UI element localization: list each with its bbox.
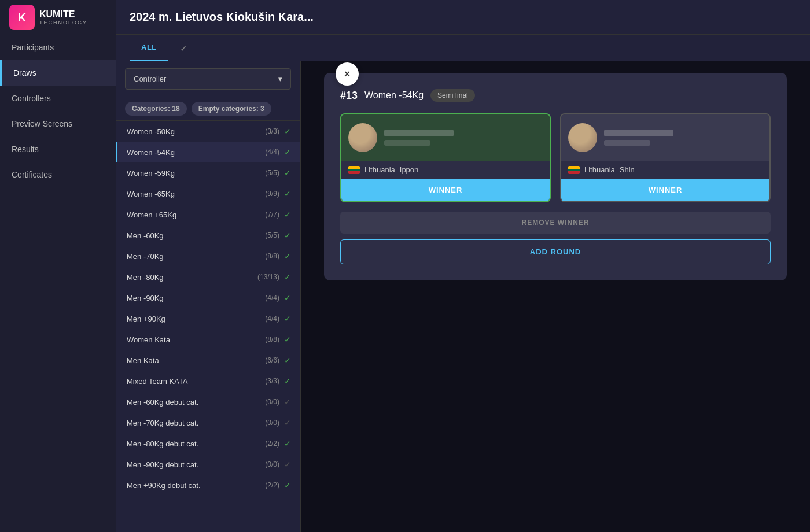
check-icon: ✓ bbox=[284, 189, 291, 198]
chevron-down-icon: ▾ bbox=[278, 75, 282, 83]
category-name: Men -80Kg bbox=[127, 273, 164, 282]
match-modal: × #13 Women -54Kg Semi final bbox=[324, 73, 787, 280]
category-name: Men -90Kg bbox=[127, 294, 164, 302]
round-badge: Semi final bbox=[430, 89, 475, 102]
category-right: (2/2)✓ bbox=[265, 439, 291, 448]
category-name: Women -54Kg bbox=[127, 148, 175, 157]
category-item[interactable]: Men Kata(6/6)✓ bbox=[116, 350, 300, 371]
logo-name: KUMITE bbox=[39, 9, 87, 20]
category-item[interactable]: Men -90Kg debut cat.(0/0)✓ bbox=[116, 454, 300, 475]
category-item[interactable]: Men -70Kg(8/8)✓ bbox=[116, 246, 300, 267]
category-count: (3/3) bbox=[265, 377, 279, 385]
category-right: (0/0)✓ bbox=[265, 418, 291, 427]
logo-area: K KUMITE TECHNOLOGY bbox=[0, 0, 116, 35]
category-item[interactable]: Women -50Kg(3/3)✓ bbox=[116, 121, 300, 142]
category-item[interactable]: Women -59Kg(5/5)✓ bbox=[116, 162, 300, 183]
close-button[interactable]: × bbox=[336, 62, 359, 86]
category-item[interactable]: Women -65Kg(9/9)✓ bbox=[116, 183, 300, 204]
sidebar-item-controllers[interactable]: Controllers bbox=[0, 86, 116, 111]
category-list: Women -50Kg(3/3)✓Women -54Kg(4/4)✓Women … bbox=[116, 121, 300, 532]
winner-button-right[interactable]: WINNER bbox=[561, 179, 770, 201]
check-icon: ✓ bbox=[284, 418, 291, 427]
flag-left bbox=[348, 166, 360, 174]
category-name: Men -60Kg bbox=[127, 231, 164, 240]
match-category: Women -54Kg bbox=[365, 90, 424, 101]
category-right: (3/3)✓ bbox=[265, 376, 291, 386]
category-item[interactable]: Men -60Kg(5/5)✓ bbox=[116, 225, 300, 246]
category-right: (4/4)✓ bbox=[265, 293, 291, 302]
tab-bar: ALL ✓ bbox=[116, 35, 810, 61]
category-count: (4/4) bbox=[265, 148, 279, 156]
categories-badge: Categories: 18 bbox=[125, 102, 187, 116]
category-right: (6/6)✓ bbox=[265, 356, 291, 365]
category-right: (8/8)✓ bbox=[265, 335, 291, 344]
fighter-info-right bbox=[604, 130, 763, 146]
sidebar: K KUMITE TECHNOLOGY Participants Draws C… bbox=[0, 0, 116, 532]
category-item[interactable]: Women Kata(8/8)✓ bbox=[116, 329, 300, 350]
category-count: (4/4) bbox=[265, 294, 279, 302]
check-icon: ✓ bbox=[284, 481, 291, 490]
category-name: Women Kata bbox=[127, 335, 170, 344]
category-item[interactable]: Men +90Kg(4/4)✓ bbox=[116, 308, 300, 329]
main-content: 2024 m. Lietuvos Kiokušin Kara... ALL ✓ … bbox=[116, 0, 810, 532]
category-name: Women -50Kg bbox=[127, 127, 175, 136]
check-icon: ✓ bbox=[284, 314, 291, 323]
remove-winner-button[interactable]: REMOVE WINNER bbox=[340, 212, 771, 234]
bg-content: × #13 Women -54Kg Semi final bbox=[301, 61, 810, 532]
winner-button-left[interactable]: WINNER bbox=[341, 179, 550, 201]
logo-icon: K bbox=[9, 5, 35, 30]
fighter-info-left bbox=[384, 130, 543, 146]
category-right: (4/4)✓ bbox=[265, 147, 291, 157]
sidebar-item-participants[interactable]: Participants bbox=[0, 35, 116, 60]
fighter-name-blur2-right bbox=[604, 140, 650, 146]
category-item[interactable]: Men -70Kg debut cat.(0/0)✓ bbox=[116, 412, 300, 433]
controller-select[interactable]: Controller ▾ bbox=[125, 68, 291, 90]
category-count: (4/4) bbox=[265, 315, 279, 323]
check-icon: ✓ bbox=[284, 335, 291, 344]
category-name: Men -80Kg debut cat. bbox=[127, 439, 198, 448]
content-area: Controller ▾ Categories: 18 Empty catego… bbox=[116, 61, 810, 532]
category-count: (8/8) bbox=[265, 252, 279, 260]
category-item[interactable]: Men -90Kg(4/4)✓ bbox=[116, 287, 300, 308]
category-item[interactable]: Men -60Kg debut cat.(0/0)✓ bbox=[116, 391, 300, 412]
category-count: (2/2) bbox=[265, 439, 279, 448]
avatar-left bbox=[348, 123, 377, 152]
category-item[interactable]: Men +90Kg debut cat.(2/2)✓ bbox=[116, 475, 300, 496]
category-name: Men -60Kg debut cat. bbox=[127, 398, 198, 407]
category-right: (5/5)✓ bbox=[265, 168, 291, 178]
sidebar-item-results[interactable]: Results bbox=[0, 136, 116, 162]
tab-check[interactable]: ✓ bbox=[168, 35, 199, 61]
category-right: (5/5)✓ bbox=[265, 231, 291, 240]
fighter-card-right: Lithuania Shin WINNER bbox=[560, 113, 771, 202]
category-count: (8/8) bbox=[265, 335, 279, 343]
category-right: (13/13)✓ bbox=[257, 272, 291, 282]
category-item[interactable]: Women -54Kg(4/4)✓ bbox=[116, 142, 300, 162]
category-right: (0/0)✓ bbox=[265, 460, 291, 469]
category-right: (9/9)✓ bbox=[265, 189, 291, 198]
fighter-name-blur2-left bbox=[384, 140, 430, 146]
category-name: Women +65Kg bbox=[127, 210, 176, 219]
category-count: (2/2) bbox=[265, 481, 279, 489]
sidebar-item-preview-screens[interactable]: Preview Screens bbox=[0, 111, 116, 136]
add-round-button[interactable]: ADD ROUND bbox=[340, 239, 771, 264]
header: 2024 m. Lietuvos Kiokušin Kara... bbox=[116, 0, 810, 35]
category-name: Women -59Kg bbox=[127, 169, 175, 178]
logo-text: KUMITE TECHNOLOGY bbox=[39, 9, 87, 25]
category-item[interactable]: Women +65Kg(7/7)✓ bbox=[116, 204, 300, 225]
tab-all[interactable]: ALL bbox=[130, 35, 168, 61]
category-name: Men +90Kg bbox=[127, 315, 165, 323]
category-name: Men Kata bbox=[127, 356, 159, 365]
flag-right bbox=[568, 166, 580, 174]
check-icon: ✓ bbox=[284, 293, 291, 302]
fighter-name-blur-right bbox=[604, 130, 673, 136]
sidebar-item-draws[interactable]: Draws bbox=[0, 60, 116, 86]
category-name: Men -90Kg debut cat. bbox=[127, 460, 198, 469]
category-count: (5/5) bbox=[265, 231, 279, 239]
check-icon: ✓ bbox=[284, 376, 291, 386]
check-icon: ✓ bbox=[284, 231, 291, 240]
sidebar-item-certificates[interactable]: Certificates bbox=[0, 162, 116, 187]
category-item[interactable]: Men -80Kg(13/13)✓ bbox=[116, 267, 300, 287]
category-name: Women -65Kg bbox=[127, 190, 175, 198]
category-item[interactable]: Mixed Team KATA(3/3)✓ bbox=[116, 371, 300, 391]
category-item[interactable]: Men -80Kg debut cat.(2/2)✓ bbox=[116, 433, 300, 454]
